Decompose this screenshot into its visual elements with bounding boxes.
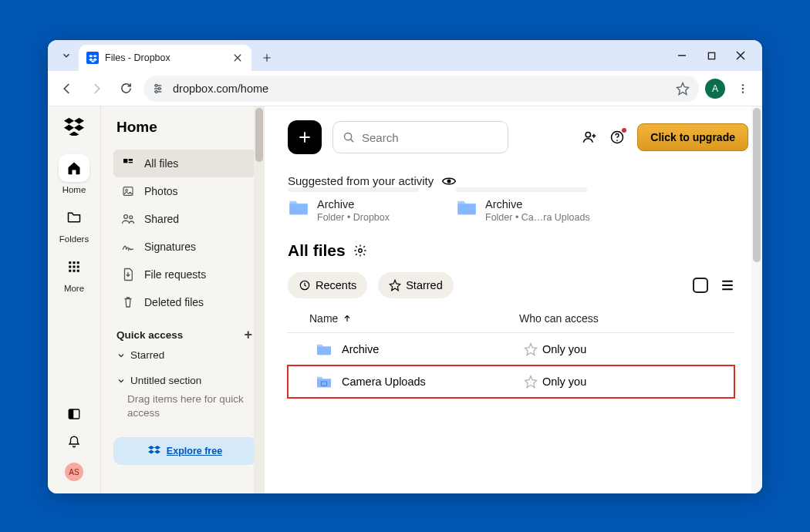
bookmark-button[interactable]	[676, 82, 690, 96]
svg-rect-21	[123, 164, 133, 168]
svg-rect-18	[123, 159, 127, 163]
upgrade-button[interactable]: Click to upgrade	[637, 123, 748, 151]
main-pane: Search Click to upgrade Suggested from y…	[265, 106, 762, 493]
table-row[interactable]: Camera Uploads Only you	[288, 365, 734, 398]
gear-icon	[353, 244, 367, 258]
sidebar-item-all-files[interactable]: All files	[113, 150, 257, 177]
svg-rect-9	[77, 261, 79, 264]
main-scrollbar[interactable]	[751, 106, 762, 493]
svg-rect-11	[73, 266, 76, 268]
starred-chip[interactable]: Starred	[378, 272, 454, 298]
row-star-button[interactable]	[519, 375, 542, 389]
svg-point-25	[130, 216, 133, 219]
search-input[interactable]: Search	[332, 121, 508, 153]
quick-access-add-button[interactable]: +	[244, 327, 252, 343]
svg-rect-22	[123, 187, 133, 196]
quick-access-hint: Drag items here for quick access	[113, 389, 257, 420]
sidebar-item-shared[interactable]: Shared	[113, 205, 257, 233]
svg-point-26	[344, 133, 351, 140]
search-icon	[343, 131, 356, 144]
star-icon	[389, 279, 401, 291]
rail-notifications-button[interactable]	[67, 435, 81, 449]
help-button[interactable]	[609, 130, 625, 145]
tab-title: Files - Dropbox	[105, 52, 225, 63]
arrow-up-icon	[343, 314, 352, 323]
svg-point-1	[155, 84, 157, 86]
svg-rect-8	[73, 261, 76, 264]
browser-window: Files - Dropbox dropbox.com/home A	[48, 40, 762, 493]
sidebar: Home All files Photos Shared Signatures	[101, 106, 265, 493]
minimize-button[interactable]	[674, 48, 690, 63]
column-access-header[interactable]: Who can access	[519, 312, 734, 325]
svg-rect-7	[69, 261, 71, 264]
tab-close-button[interactable]	[231, 52, 244, 64]
svg-point-3	[155, 90, 157, 93]
home-icon	[66, 160, 82, 176]
browser-tab[interactable]: Files - Dropbox	[79, 45, 251, 71]
explore-free-banner[interactable]: Explore free	[113, 437, 257, 465]
invite-button[interactable]	[582, 130, 597, 145]
svg-rect-12	[77, 266, 79, 268]
site-settings-icon[interactable]	[153, 83, 165, 94]
select-all-checkbox[interactable]	[693, 278, 708, 293]
suggestion-card[interactable]: Archive Folder • Dropbox	[288, 198, 434, 223]
back-button[interactable]	[56, 77, 79, 100]
row-star-button[interactable]	[519, 342, 542, 356]
suggestion-card[interactable]: Archive Folder • Ca…ra Uploads	[456, 198, 602, 223]
address-bar[interactable]: dropbox.com/home	[143, 76, 699, 102]
sidebar-item-deleted-files[interactable]: Deleted files	[113, 288, 257, 316]
recents-chip[interactable]: Recents	[288, 272, 367, 298]
sidebar-heading: Home	[116, 119, 257, 136]
svg-rect-19	[129, 159, 133, 161]
sidebar-item-file-requests[interactable]: File requests	[113, 261, 257, 288]
create-button[interactable]	[288, 120, 322, 154]
list-icon	[721, 279, 734, 291]
svg-rect-15	[77, 270, 79, 272]
sidebar-item-signatures[interactable]: Signatures	[113, 233, 257, 261]
close-icon	[234, 54, 241, 62]
people-icon	[121, 213, 135, 225]
arrow-left-icon	[60, 82, 74, 96]
all-files-heading: All files	[288, 241, 346, 260]
rail-home[interactable]: Home	[56, 154, 92, 194]
grid-icon	[121, 157, 135, 170]
rail-folders[interactable]: Folders	[56, 204, 92, 244]
close-window-button[interactable]	[733, 48, 748, 63]
all-files-settings-button[interactable]	[353, 244, 367, 258]
svg-rect-0	[708, 52, 714, 59]
rail-panel-button[interactable]	[67, 407, 81, 421]
svg-point-4	[742, 84, 744, 86]
bell-icon	[67, 435, 81, 449]
trash-icon	[121, 295, 135, 309]
dropbox-icon	[148, 445, 160, 457]
eye-icon[interactable]	[441, 176, 457, 187]
quick-access-starred[interactable]: Starred	[113, 343, 257, 364]
maximize-button[interactable]	[704, 48, 719, 63]
svg-point-31	[358, 249, 362, 253]
sidebar-item-photos[interactable]: Photos	[113, 177, 257, 205]
page-content: Home Folders More AS Home	[48, 106, 762, 493]
plus-icon	[297, 130, 312, 145]
quick-access-untitled[interactable]: Untitled section	[113, 369, 257, 389]
column-name-header[interactable]: Name	[288, 312, 519, 325]
tab-search-button[interactable]	[56, 45, 77, 66]
chevron-down-icon	[116, 351, 126, 360]
image-icon	[121, 185, 135, 197]
rail-account-badge[interactable]: AS	[65, 463, 83, 481]
reload-button[interactable]	[114, 77, 137, 100]
table-row[interactable]: Archive Only you	[288, 333, 734, 365]
rail-more[interactable]: More	[56, 253, 92, 293]
profile-avatar[interactable]: A	[705, 79, 725, 99]
new-tab-button[interactable]	[256, 47, 278, 69]
svg-rect-10	[69, 266, 71, 268]
sidebar-scrollbar[interactable]	[254, 106, 265, 493]
browser-menu-button[interactable]	[731, 77, 754, 100]
window-controls	[674, 40, 758, 71]
svg-rect-14	[73, 270, 76, 272]
folder-icon	[66, 210, 82, 225]
dropbox-logo[interactable]	[64, 117, 84, 136]
svg-point-27	[586, 133, 590, 137]
forward-button[interactable]	[85, 77, 108, 100]
view-toggle-button[interactable]	[721, 279, 734, 291]
star-icon	[524, 375, 538, 389]
